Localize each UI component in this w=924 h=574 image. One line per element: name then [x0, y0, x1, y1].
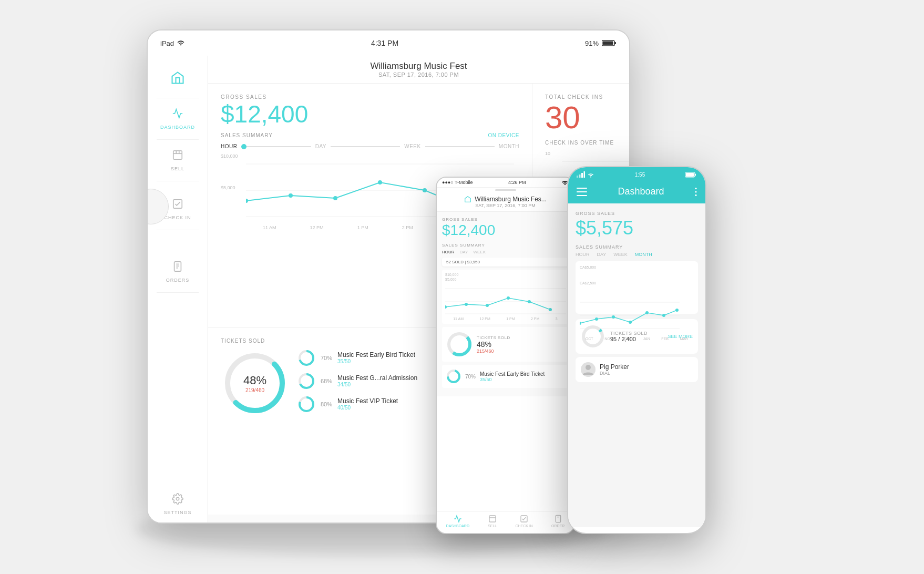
scroll-bar [495, 189, 516, 191]
time-week[interactable]: WEEK [404, 144, 420, 149]
iphone-menu-icon[interactable] [577, 188, 587, 196]
ps-hour[interactable]: HOUR [442, 250, 455, 254]
nav-sell-icon [488, 515, 497, 523]
checkins-over-time-title: CHECK INS OVER TIME [545, 140, 614, 146]
time-day[interactable]: DAY [315, 144, 326, 149]
iph-hour[interactable]: HOUR [576, 252, 590, 257]
svg-point-17 [289, 193, 293, 198]
iph-week[interactable]: WEEK [613, 252, 628, 257]
ps-week[interactable]: WEEK [473, 250, 486, 254]
android-header-row: Williamsburg Music Fes... [442, 196, 569, 203]
gross-sales-value: $12,400 [221, 102, 519, 126]
android-chart-svg [445, 283, 566, 315]
ticket-1-name: Music Fest Early Bird Ticket [337, 351, 415, 358]
svg-point-75 [695, 188, 696, 189]
android-x-labels: 11 AM 12 PM 1 PM 2 PM 3 [445, 317, 566, 321]
battery-icon [602, 39, 617, 47]
android-event-name: Williamsburg Music Fes... [475, 196, 547, 203]
orders-icon [172, 261, 183, 275]
android-nav-checkin[interactable]: CHECK IN [515, 515, 532, 528]
slider-track-3 [425, 146, 495, 147]
sidebar-item-dashboard[interactable]: DASHBOARD [148, 100, 208, 137]
carrier-text: ●●●○ T-Mobile [442, 180, 473, 185]
ipad-label: iPad [160, 39, 174, 47]
sidebar-item-settings[interactable]: SETTINGS [148, 486, 208, 522]
sidebar-divider-2 [157, 139, 199, 140]
sidebar-divider-4 [157, 230, 199, 230]
android-nav-sell[interactable]: SELL [488, 515, 497, 528]
sidebar-divider-1 [157, 98, 199, 98]
android-ti-sub: 35/50 [480, 377, 545, 382]
time-month[interactable]: MONTH [499, 144, 519, 149]
x-label-12pm: 12 PM [310, 225, 324, 230]
svg-point-45 [564, 184, 566, 185]
ci-y-10: 10 [545, 151, 550, 156]
android-time-row: HOUR DAY WEEK [442, 250, 569, 254]
iphone-battery-area [685, 172, 697, 178]
svg-point-88 [583, 327, 602, 346]
iphone-more-icon[interactable] [695, 188, 697, 196]
svg-rect-2 [602, 42, 613, 45]
sidebar-home-icon[interactable] [162, 62, 193, 96]
sell-icon [172, 149, 183, 164]
x-label-11am: 11 AM [263, 225, 276, 230]
time-hour[interactable]: HOUR [221, 144, 237, 149]
slider-dot [241, 144, 247, 149]
ticket-1-info: Music Fest Early Bird Ticket 35/50 [337, 351, 415, 364]
android-content: GROSS SALES $12,400 SALES SUMMARY HOUR D… [437, 212, 574, 396]
android-nav-order[interactable]: ORDER [551, 515, 564, 528]
android-tickets-pct: 48% [477, 340, 510, 348]
donut-center: 48% 219/460 [243, 373, 266, 393]
iphone-signal [577, 171, 594, 178]
svg-point-77 [695, 194, 696, 196]
sidebar: DASHBOARD SELL [148, 56, 208, 522]
status-right: 91% [585, 39, 617, 47]
iphone-dashboard-title: Dashboard [618, 186, 664, 197]
time-slider: HOUR DAY WEEK MONTH [221, 144, 519, 149]
sidebar-orders-label: ORDERS [166, 278, 190, 283]
checkin-area: CHECK IN [148, 183, 208, 228]
sidebar-divider-3 [157, 181, 199, 181]
iph-y1: CA$5,000 [580, 265, 596, 269]
dashboard-icon [172, 108, 183, 122]
ticket-1-pct: 70% [321, 355, 332, 361]
sidebar-item-orders[interactable]: ORDERS [148, 253, 208, 290]
svg-point-53 [528, 300, 531, 303]
slider-track [241, 146, 311, 147]
nav-dashboard-label: DASHBOARD [446, 524, 469, 528]
iphone-time-row: HOUR DAY WEEK MONTH [576, 252, 698, 257]
ps-day[interactable]: DAY [460, 250, 468, 254]
y-label-10k: $10,000 [221, 153, 238, 159]
iph-month[interactable]: MONTH [635, 252, 652, 257]
svg-point-12 [176, 497, 179, 500]
event-name: Williamsburg Music Fest [213, 61, 624, 71]
ticket-1-sub: 35/50 [337, 358, 415, 364]
entry-name: Pig Porker [600, 363, 629, 371]
ticket-3-sub: 40/50 [337, 405, 398, 411]
svg-point-49 [445, 305, 447, 309]
y-axis-labels: $10,000 $5,000 [221, 153, 238, 217]
tickets-sold-title: TICKETS SOLD [221, 338, 265, 344]
android-tickets-info: TICKETS SOLD 48% 215/460 [477, 335, 510, 354]
on-device-link[interactable]: ON DEVICE [488, 132, 519, 138]
svg-point-18 [333, 196, 337, 200]
ticket-3-pct: 80% [321, 401, 332, 407]
entry-sub: DIAL [600, 371, 629, 376]
sidebar-item-sell[interactable]: SELL [148, 142, 208, 179]
see-more-iphone[interactable]: SEE MORE [668, 334, 693, 339]
iph-day[interactable]: DAY [597, 252, 607, 257]
iphone-gs-label: GROSS SALES [576, 211, 698, 216]
nav-dashboard-icon [454, 515, 462, 523]
svg-rect-73 [577, 191, 587, 192]
sidebar-divider-5 [157, 292, 199, 293]
ticket-3-donut [297, 395, 315, 413]
android-status-bar: ●●●○ T-Mobile 4:26 PM [437, 178, 574, 188]
sales-summary-title: SALES SUMMARY [221, 132, 273, 138]
android-gs-value: $12,400 [442, 222, 569, 239]
svg-point-84 [629, 321, 632, 324]
iphone-tickets-label: TICKETS SOLD [610, 331, 662, 336]
x-label-1pm: 1 PM [357, 225, 368, 230]
iphone-tickets-donut [581, 324, 605, 348]
android-nav-dashboard[interactable]: DASHBOARD [446, 515, 469, 528]
svg-point-19 [378, 180, 382, 184]
